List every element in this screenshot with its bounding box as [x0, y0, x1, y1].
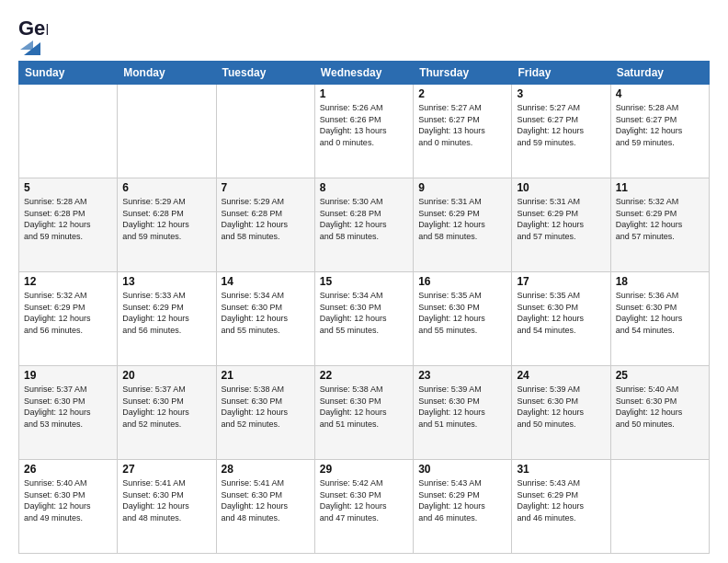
- calendar-cell: 21Sunrise: 5:38 AM Sunset: 6:30 PM Dayli…: [216, 366, 314, 460]
- day-number: 24: [517, 369, 605, 382]
- day-info: Sunrise: 5:31 AM Sunset: 6:29 PM Dayligh…: [517, 196, 605, 242]
- day-number: 17: [517, 275, 605, 288]
- calendar-cell: 6Sunrise: 5:29 AM Sunset: 6:28 PM Daylig…: [118, 178, 216, 272]
- day-number: 5: [24, 181, 112, 194]
- day-number: 25: [616, 369, 704, 382]
- calendar-cell: 1Sunrise: 5:26 AM Sunset: 6:26 PM Daylig…: [314, 85, 413, 178]
- day-number: 10: [517, 181, 605, 194]
- calendar-cell: 31Sunrise: 5:43 AM Sunset: 6:29 PM Dayli…: [512, 460, 610, 554]
- calendar-cell: 13Sunrise: 5:33 AM Sunset: 6:29 PM Dayli…: [118, 272, 216, 366]
- day-info: Sunrise: 5:27 AM Sunset: 6:27 PM Dayligh…: [418, 102, 506, 148]
- calendar-cell: 7Sunrise: 5:29 AM Sunset: 6:28 PM Daylig…: [216, 178, 314, 272]
- calendar-cell: 8Sunrise: 5:30 AM Sunset: 6:28 PM Daylig…: [314, 178, 413, 272]
- day-info: Sunrise: 5:30 AM Sunset: 6:28 PM Dayligh…: [320, 196, 408, 242]
- day-info: Sunrise: 5:27 AM Sunset: 6:27 PM Dayligh…: [517, 102, 605, 148]
- day-info: Sunrise: 5:40 AM Sunset: 6:30 PM Dayligh…: [616, 384, 704, 430]
- day-info: Sunrise: 5:37 AM Sunset: 6:30 PM Dayligh…: [24, 384, 112, 430]
- calendar-cell: 30Sunrise: 5:43 AM Sunset: 6:29 PM Dayli…: [414, 460, 512, 554]
- calendar-cell: 9Sunrise: 5:31 AM Sunset: 6:29 PM Daylig…: [414, 178, 512, 272]
- day-number: 14: [222, 275, 310, 288]
- calendar-cell: 19Sunrise: 5:37 AM Sunset: 6:30 PM Dayli…: [19, 366, 118, 460]
- day-info: Sunrise: 5:28 AM Sunset: 6:28 PM Dayligh…: [24, 196, 112, 242]
- day-info: Sunrise: 5:26 AM Sunset: 6:26 PM Dayligh…: [320, 102, 408, 148]
- calendar-cell: 28Sunrise: 5:41 AM Sunset: 6:30 PM Dayli…: [216, 460, 314, 554]
- day-number: 28: [222, 463, 310, 476]
- day-info: Sunrise: 5:33 AM Sunset: 6:29 PM Dayligh…: [122, 290, 210, 336]
- day-number: 6: [122, 181, 210, 194]
- calendar-cell: 17Sunrise: 5:35 AM Sunset: 6:30 PM Dayli…: [512, 272, 610, 366]
- calendar-cell: 16Sunrise: 5:35 AM Sunset: 6:30 PM Dayli…: [414, 272, 512, 366]
- day-number: 22: [320, 369, 408, 382]
- day-info: Sunrise: 5:32 AM Sunset: 6:29 PM Dayligh…: [24, 290, 112, 336]
- day-info: Sunrise: 5:41 AM Sunset: 6:30 PM Dayligh…: [122, 477, 210, 523]
- calendar-week-row: 19Sunrise: 5:37 AM Sunset: 6:30 PM Dayli…: [19, 366, 710, 460]
- calendar-cell: 10Sunrise: 5:31 AM Sunset: 6:29 PM Dayli…: [512, 178, 610, 272]
- day-info: Sunrise: 5:31 AM Sunset: 6:29 PM Dayligh…: [418, 196, 506, 242]
- calendar-header-thursday: Thursday: [414, 62, 512, 85]
- calendar-cell: 14Sunrise: 5:34 AM Sunset: 6:30 PM Dayli…: [216, 272, 314, 366]
- day-number: 29: [320, 463, 408, 476]
- logo: General: [18, 17, 48, 52]
- calendar-cell: 5Sunrise: 5:28 AM Sunset: 6:28 PM Daylig…: [19, 178, 118, 272]
- day-number: 3: [517, 87, 605, 100]
- day-info: Sunrise: 5:38 AM Sunset: 6:30 PM Dayligh…: [320, 384, 408, 430]
- day-info: Sunrise: 5:41 AM Sunset: 6:30 PM Dayligh…: [222, 477, 310, 523]
- calendar-header-row: SundayMondayTuesdayWednesdayThursdayFrid…: [19, 62, 710, 85]
- day-number: 8: [320, 181, 408, 194]
- calendar-cell: [19, 85, 118, 178]
- day-info: Sunrise: 5:37 AM Sunset: 6:30 PM Dayligh…: [122, 384, 210, 430]
- calendar-cell: 27Sunrise: 5:41 AM Sunset: 6:30 PM Dayli…: [118, 460, 216, 554]
- day-info: Sunrise: 5:29 AM Sunset: 6:28 PM Dayligh…: [122, 196, 210, 242]
- calendar-header-sunday: Sunday: [19, 62, 118, 85]
- day-number: 4: [616, 87, 704, 100]
- page: General SundayMondayTuesdayWednesdayThur…: [0, 0, 728, 563]
- calendar-table: SundayMondayTuesdayWednesdayThursdayFrid…: [18, 61, 710, 554]
- calendar-cell: [118, 85, 216, 178]
- logo-icon: General: [18, 17, 48, 40]
- day-number: 18: [616, 275, 704, 288]
- day-number: 16: [418, 275, 506, 288]
- calendar-cell: 12Sunrise: 5:32 AM Sunset: 6:29 PM Dayli…: [19, 272, 118, 366]
- calendar-cell: [610, 460, 709, 554]
- day-number: 11: [616, 181, 704, 194]
- day-info: Sunrise: 5:38 AM Sunset: 6:30 PM Dayligh…: [222, 384, 310, 430]
- calendar-cell: 3Sunrise: 5:27 AM Sunset: 6:27 PM Daylig…: [512, 85, 610, 178]
- calendar-week-row: 26Sunrise: 5:40 AM Sunset: 6:30 PM Dayli…: [19, 460, 710, 554]
- day-number: 20: [122, 369, 210, 382]
- day-info: Sunrise: 5:39 AM Sunset: 6:30 PM Dayligh…: [418, 384, 506, 430]
- day-number: 2: [418, 87, 506, 100]
- calendar-cell: 24Sunrise: 5:39 AM Sunset: 6:30 PM Dayli…: [512, 366, 610, 460]
- day-info: Sunrise: 5:35 AM Sunset: 6:30 PM Dayligh…: [517, 290, 605, 336]
- calendar-header-tuesday: Tuesday: [216, 62, 314, 85]
- day-number: 13: [122, 275, 210, 288]
- calendar-cell: 20Sunrise: 5:37 AM Sunset: 6:30 PM Dayli…: [118, 366, 216, 460]
- day-info: Sunrise: 5:43 AM Sunset: 6:29 PM Dayligh…: [517, 477, 605, 523]
- day-number: 30: [418, 463, 506, 476]
- day-info: Sunrise: 5:40 AM Sunset: 6:30 PM Dayligh…: [24, 477, 112, 523]
- calendar-header-friday: Friday: [512, 62, 610, 85]
- calendar-cell: 18Sunrise: 5:36 AM Sunset: 6:30 PM Dayli…: [610, 272, 709, 366]
- day-number: 27: [122, 463, 210, 476]
- calendar-header-monday: Monday: [118, 62, 216, 85]
- day-info: Sunrise: 5:36 AM Sunset: 6:30 PM Dayligh…: [616, 290, 704, 336]
- calendar-header-wednesday: Wednesday: [314, 62, 413, 85]
- day-number: 12: [24, 275, 112, 288]
- day-number: 31: [517, 463, 605, 476]
- day-info: Sunrise: 5:34 AM Sunset: 6:30 PM Dayligh…: [320, 290, 408, 336]
- day-number: 1: [320, 87, 408, 100]
- day-info: Sunrise: 5:39 AM Sunset: 6:30 PM Dayligh…: [517, 384, 605, 430]
- day-info: Sunrise: 5:28 AM Sunset: 6:27 PM Dayligh…: [616, 102, 704, 148]
- calendar-cell: 22Sunrise: 5:38 AM Sunset: 6:30 PM Dayli…: [314, 366, 413, 460]
- calendar-week-row: 12Sunrise: 5:32 AM Sunset: 6:29 PM Dayli…: [19, 272, 710, 366]
- day-number: 19: [24, 369, 112, 382]
- day-number: 21: [222, 369, 310, 382]
- calendar-cell: [216, 85, 314, 178]
- calendar-cell: 23Sunrise: 5:39 AM Sunset: 6:30 PM Dayli…: [414, 366, 512, 460]
- calendar-cell: 4Sunrise: 5:28 AM Sunset: 6:27 PM Daylig…: [610, 85, 709, 178]
- calendar-cell: 2Sunrise: 5:27 AM Sunset: 6:27 PM Daylig…: [414, 85, 512, 178]
- calendar-cell: 25Sunrise: 5:40 AM Sunset: 6:30 PM Dayli…: [610, 366, 709, 460]
- calendar-week-row: 5Sunrise: 5:28 AM Sunset: 6:28 PM Daylig…: [19, 178, 710, 272]
- day-number: 15: [320, 275, 408, 288]
- logo-triangle-icon: [20, 39, 40, 55]
- calendar-cell: 26Sunrise: 5:40 AM Sunset: 6:30 PM Dayli…: [19, 460, 118, 554]
